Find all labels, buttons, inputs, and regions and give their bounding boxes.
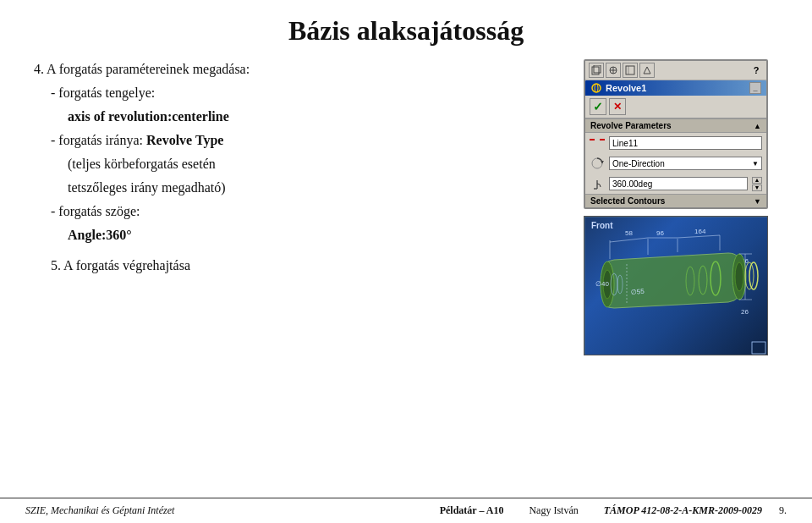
revolve-panel: ? Revolve1 _ [584,59,768,209]
panel-icon-3[interactable] [623,63,638,78]
selected-contours-label: Selected Contours [590,196,665,206]
angle-svg [590,177,604,190]
section5: 5. A forgatás végrehajtása [51,256,567,276]
item2-prefix: - forgatás iránya: [51,133,146,147]
footer: SZIE, Mechanikai és Géptani Intézet Péld… [0,498,812,523]
angle-up-button[interactable]: ▲ [752,177,762,184]
svg-line-15 [678,235,720,238]
cad-image-area: Front 58 96 164 26 26 [584,216,768,355]
direction-value: One-Direction [612,159,665,168]
angle-row: 360.00deg ▲ ▼ [585,173,766,194]
panel-icon-2[interactable] [606,63,621,78]
svg-text:58: 58 [625,229,633,237]
direction-svg [590,157,604,170]
svg-text:164: 164 [694,228,706,235]
panel-title: Revolve1 [606,83,646,93]
svg-rect-5 [626,66,634,74]
page-container: Bázis alaksajátosság 4. A forgatás param… [0,0,812,523]
axis-row: Line11 [585,133,766,153]
svg-line-13 [610,238,648,242]
footer-institution: SZIE, Mechanikai és Géptani Intézet [25,504,440,517]
svg-marker-11 [601,161,604,163]
parameters-label: Revolve Parameters [590,121,672,130]
angle-down-button[interactable]: ▼ [752,184,762,191]
panel-titlebar-left: Revolve1 [590,82,646,94]
right-column: ? Revolve1 _ [584,59,778,355]
panel-icon-4[interactable] [639,63,655,78]
panel-toolbar: ✓ ✕ [585,96,766,118]
direction-dropdown-arrow: ▼ [752,160,759,168]
angle-icon [590,176,605,191]
item2-bold: Revolve Type [146,133,223,147]
direction-icon [590,156,605,171]
footer-author: Nagy István [529,504,578,517]
title-section: Bázis alaksajátosság [34,0,778,55]
item3-bold: Angle:360° [68,225,567,245]
item2-detail: (teljes körbeforgatás esetén [68,154,567,174]
parameters-section-header[interactable]: Revolve Parameters ▲ [585,118,766,133]
svg-point-8 [592,84,601,92]
panel-top-toolbar: ? [585,61,766,80]
axis-field-value: Line11 [612,139,638,148]
content-area: 4. A forgatás paramétereinek megadása: -… [34,59,778,355]
angle-spinners: ▲ ▼ [752,177,762,191]
axis-field[interactable]: Line11 [609,136,762,150]
svg-point-9 [595,84,598,92]
item2-detail2: tetszőleges irány megadható) [68,178,567,198]
svg-point-26 [735,262,743,291]
panel-accept-button[interactable]: ✓ [590,98,606,115]
selected-contours-header[interactable]: Selected Contours ▼ [585,194,766,207]
direction-row: One-Direction ▼ [585,153,766,173]
footer-grant: TÁMOP 412-08-2-A-KMR-2009-0029 [604,504,762,517]
svg-rect-0 [592,67,599,74]
svg-text:26: 26 [741,308,749,316]
angle-value: 360.00deg [612,179,652,189]
revolve-icon [590,82,602,94]
panel-titlebar-icons: _ [749,82,761,94]
svg-rect-1 [594,65,601,73]
direction-dropdown[interactable]: One-Direction ▼ [609,157,762,170]
item2-text: - forgatás iránya: Revolve Type [51,130,567,151]
item3-bold-text: Angle:360° [68,228,132,242]
svg-rect-43 [752,342,765,354]
item3-text: - forgatás szöge: [51,201,567,222]
cad-svg: 58 96 164 26 26 ∅55 [584,217,768,355]
panel-icon-1[interactable] [589,63,604,78]
item1-bold: axis of revolution:centerline [68,107,567,127]
page-title: Bázis alaksajátosság [34,15,778,47]
parameters-expand-icon: ▲ [754,122,761,130]
angle-field[interactable]: 360.00deg [609,177,748,190]
panel-cancel-button[interactable]: ✕ [609,98,626,115]
selected-contours-expand-icon: ▼ [754,197,761,206]
panel-titlebar: Revolve1 _ [585,80,766,96]
item1-text: - forgatás tengelye: [51,83,567,103]
footer-page-number: 9. [779,504,787,517]
item1-bold-text: axis of revolution:centerline [68,109,229,124]
svg-text:∅40: ∅40 [595,280,609,288]
panel-help-button[interactable]: ? [749,63,763,77]
axis-icon [590,135,605,151]
text-column: 4. A forgatás paramétereinek megadása: -… [34,59,567,355]
section4-heading: 4. A forgatás paramétereinek megadása: [34,59,567,80]
panel-minimize-button[interactable]: _ [749,82,761,94]
svg-text:96: 96 [656,229,664,237]
footer-course: Példatár – A10 [440,504,504,517]
svg-marker-7 [644,67,650,74]
svg-text:∅55: ∅55 [630,288,645,296]
